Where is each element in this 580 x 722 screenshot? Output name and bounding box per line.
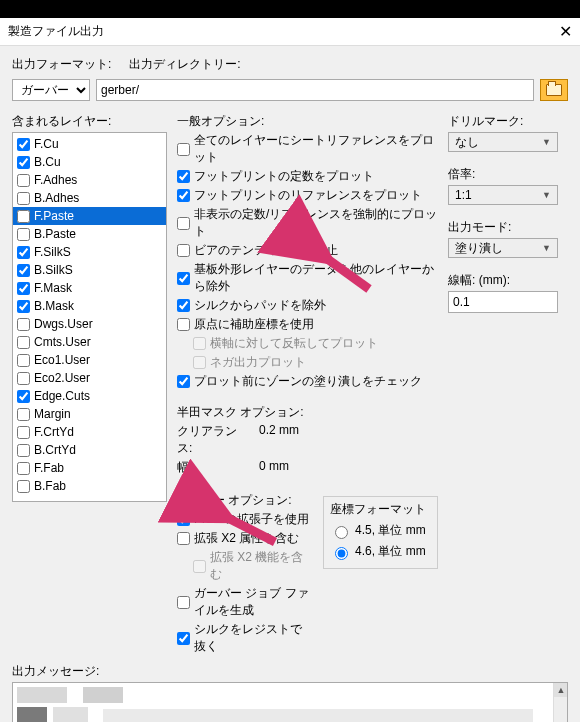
layer-row[interactable]: F.Fab — [13, 459, 166, 477]
option-checkbox[interactable]: シルクからパッドを除外 — [177, 297, 438, 314]
layer-checkbox[interactable] — [17, 462, 30, 475]
chevron-down-icon: ▼ — [542, 243, 551, 253]
layer-checkbox[interactable] — [17, 372, 30, 385]
system-taskbar — [0, 0, 580, 18]
layer-name: Margin — [34, 407, 71, 421]
layer-row[interactable]: Dwgs.User — [13, 315, 166, 333]
output-format-select[interactable]: ガーバー — [12, 79, 90, 101]
chevron-down-icon: ▼ — [542, 190, 551, 200]
layer-row[interactable]: B.Fab — [13, 477, 166, 495]
option-checkbox[interactable]: プロット前にゾーンの塗り潰しをチェック — [177, 373, 438, 390]
layers-group-label: 含まれるレイヤー: — [12, 113, 167, 130]
scrollbar[interactable]: ▲ ▼ — [553, 683, 567, 722]
option-checkbox[interactable]: フットプリントの定数をプロット — [177, 168, 438, 185]
layer-checkbox[interactable] — [17, 210, 30, 223]
scale-select[interactable]: 1:1▼ — [448, 185, 558, 205]
layer-row[interactable]: Cmts.User — [13, 333, 166, 351]
layer-checkbox[interactable] — [17, 264, 30, 277]
layer-name: B.Cu — [34, 155, 61, 169]
soldermask-label: 半田マスク オプション: — [177, 404, 438, 421]
layer-name: F.Paste — [34, 209, 74, 223]
layer-checkbox[interactable] — [17, 156, 30, 169]
layer-checkbox[interactable] — [17, 228, 30, 241]
output-dir-input[interactable] — [96, 79, 534, 101]
layer-name: Eco2.User — [34, 371, 90, 385]
option-checkbox[interactable]: ビアのテンティングを禁止 — [177, 242, 438, 259]
layer-checkbox[interactable] — [17, 138, 30, 151]
layer-name: Cmts.User — [34, 335, 91, 349]
layer-checkbox[interactable] — [17, 354, 30, 367]
layer-row[interactable]: Margin — [13, 405, 166, 423]
layer-checkbox[interactable] — [17, 408, 30, 421]
layer-row[interactable]: F.Paste — [13, 207, 166, 225]
layer-row[interactable]: Edge.Cuts — [13, 387, 166, 405]
messages-label: 出力メッセージ: — [12, 663, 568, 680]
layer-name: Dwgs.User — [34, 317, 93, 331]
option-checkbox[interactable]: 拡張 X2 属性を含む — [177, 530, 313, 547]
scroll-up-icon[interactable]: ▲ — [554, 683, 568, 697]
option-checkbox: ネガ出力プロット — [193, 354, 438, 371]
layer-row[interactable]: B.Paste — [13, 225, 166, 243]
layer-checkbox[interactable] — [17, 390, 30, 403]
option-checkbox[interactable]: フットプリントのリファレンスをプロット — [177, 187, 438, 204]
window-title: 製造ファイル出力 — [8, 23, 532, 40]
layer-name: F.SilkS — [34, 245, 71, 259]
output-dir-label: 出力ディレクトリー: — [129, 56, 240, 73]
option-checkbox[interactable]: 全てのレイヤーにシートリファレンスをプロット — [177, 132, 438, 166]
option-checkbox[interactable]: Protelの拡張子を使用 — [177, 511, 313, 528]
layer-name: B.Fab — [34, 479, 66, 493]
coord-format-radio[interactable]: 4.6, 単位 mm — [330, 543, 431, 560]
coord-format-group: 座標フォーマット 4.5, 単位 mm4.6, 単位 mm — [323, 496, 438, 569]
width-label: 幅: — [177, 459, 247, 476]
layer-name: B.Mask — [34, 299, 74, 313]
layer-row[interactable]: B.CrtYd — [13, 441, 166, 459]
layer-checkbox[interactable] — [17, 318, 30, 331]
layer-checkbox[interactable] — [17, 282, 30, 295]
line-width-input[interactable] — [448, 291, 558, 313]
layer-name: B.CrtYd — [34, 443, 76, 457]
layer-checkbox[interactable] — [17, 336, 30, 349]
option-checkbox[interactable]: ガーバー ジョブ ファイルを生成 — [177, 585, 313, 619]
layer-row[interactable]: B.Adhes — [13, 189, 166, 207]
option-checkbox[interactable]: 非表示の定数/リファレンスを強制的にプロット — [177, 206, 438, 240]
close-icon[interactable]: ✕ — [532, 22, 572, 41]
layer-row[interactable]: B.SilkS — [13, 261, 166, 279]
layer-checkbox[interactable] — [17, 300, 30, 313]
layer-name: F.Fab — [34, 461, 64, 475]
option-checkbox[interactable]: 基板外形レイヤーのデータを他のレイヤーから除外 — [177, 261, 438, 295]
folder-icon — [546, 84, 562, 96]
layer-name: F.Mask — [34, 281, 72, 295]
layer-row[interactable]: F.Adhes — [13, 171, 166, 189]
output-mode-select[interactable]: 塗り潰し▼ — [448, 238, 558, 258]
messages-box[interactable]: ▲ ▼ — [12, 682, 568, 722]
drill-marks-label: ドリルマーク: — [448, 113, 568, 130]
layers-listbox[interactable]: F.CuB.CuF.AdhesB.AdhesF.PasteB.PasteF.Si… — [12, 132, 167, 502]
layer-checkbox[interactable] — [17, 174, 30, 187]
clearance-label: クリアランス: — [177, 423, 247, 457]
gerber-options-label: ガーバー オプション: — [177, 492, 313, 509]
layer-name: B.SilkS — [34, 263, 73, 277]
layer-name: Eco1.User — [34, 353, 90, 367]
layer-checkbox[interactable] — [17, 480, 30, 493]
layer-row[interactable]: F.CrtYd — [13, 423, 166, 441]
layer-row[interactable]: F.Mask — [13, 279, 166, 297]
option-checkbox[interactable]: 原点に補助座標を使用 — [177, 316, 438, 333]
line-width-label: 線幅: (mm): — [448, 272, 568, 289]
layer-row[interactable]: B.Cu — [13, 153, 166, 171]
layer-row[interactable]: B.Mask — [13, 297, 166, 315]
drill-marks-select[interactable]: なし▼ — [448, 132, 558, 152]
layer-checkbox[interactable] — [17, 444, 30, 457]
layer-checkbox[interactable] — [17, 192, 30, 205]
option-checkbox: 拡張 X2 機能を含む — [193, 549, 313, 583]
browse-folder-button[interactable] — [540, 79, 568, 101]
output-mode-label: 出力モード: — [448, 219, 568, 236]
layer-name: Edge.Cuts — [34, 389, 90, 403]
option-checkbox[interactable]: シルクをレジストで抜く — [177, 621, 313, 655]
layer-row[interactable]: F.SilkS — [13, 243, 166, 261]
layer-checkbox[interactable] — [17, 246, 30, 259]
layer-row[interactable]: F.Cu — [13, 135, 166, 153]
layer-row[interactable]: Eco2.User — [13, 369, 166, 387]
layer-row[interactable]: Eco1.User — [13, 351, 166, 369]
coord-format-radio[interactable]: 4.5, 単位 mm — [330, 522, 431, 539]
layer-checkbox[interactable] — [17, 426, 30, 439]
